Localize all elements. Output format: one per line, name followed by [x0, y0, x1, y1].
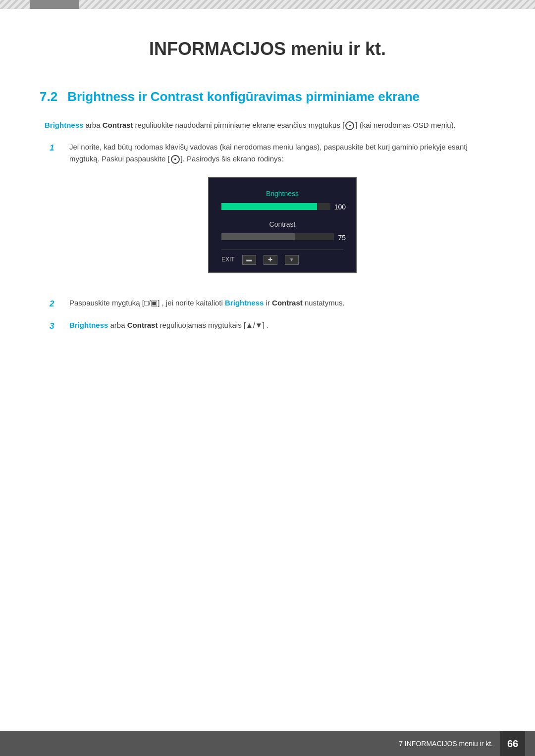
osd-box: Brightness 100	[208, 177, 357, 273]
osd-contrast-label: Contrast	[221, 219, 343, 230]
section-heading-text: Brightness ir Contrast konfigūravimas pi…	[67, 89, 420, 104]
top-stripe-decoration	[0, 0, 535, 9]
list-item2-brightness: Brightness	[225, 299, 264, 307]
osd-btn-plus-icon: ✚	[268, 255, 272, 264]
osd-contrast-track	[221, 233, 334, 240]
list-item-1: 1 Jei norite, kad būtų rodomas klavišų v…	[50, 141, 495, 288]
osd-brightness-track	[221, 203, 330, 210]
osd-container: Brightness 100	[69, 177, 495, 273]
osd-exit-label: EXIT	[221, 255, 235, 264]
list-text-2: Paspauskite mygtuką [□/▣] , jei norite k…	[69, 297, 495, 309]
list-item2-ir: ir	[264, 299, 272, 307]
circle-icon-2	[171, 155, 180, 164]
numbered-list: 1 Jei norite, kad būtų rodomas klavišų v…	[50, 141, 495, 333]
osd-brightness-value: 100	[334, 202, 346, 212]
osd-brightness-label: Brightness	[221, 188, 343, 199]
top-stripe-tab	[30, 0, 79, 9]
list-item2-contrast: Contrast	[272, 299, 303, 307]
intro-rest2: ] (kai nerodomas OSD meniu).	[355, 121, 456, 129]
footer-text: 7 INFORMACIJOS meniu ir kt.	[399, 740, 493, 748]
contrast-intro-label: Contrast	[103, 121, 133, 129]
intro-arba: arba	[86, 121, 103, 129]
list-item3-arba: arba	[108, 321, 127, 329]
osd-contrast-bar-row: 75	[221, 232, 343, 243]
osd-brightness-bar-wrapper	[221, 203, 330, 212]
osd-btn-down-icon: ▼	[289, 256, 294, 264]
osd-btn-plus: ✚	[264, 255, 277, 265]
intro-rest: reguliuokite naudodami pirminiame ekrane…	[135, 121, 345, 129]
osd-btn-minus-icon: ▬	[246, 255, 252, 264]
list-num-1: 1	[50, 141, 64, 154]
circle-icon	[345, 121, 354, 130]
list-num-2: 2	[50, 297, 64, 310]
osd-brightness-fill	[221, 203, 317, 210]
list-num-3: 3	[50, 319, 64, 333]
list-item3-contrast: Contrast	[127, 321, 158, 329]
footer-page-number: 66	[500, 731, 525, 756]
list-item3-rest: reguliuojamas mygtukais [▲/▼] .	[158, 321, 268, 329]
osd-brightness-row: Brightness 100	[221, 188, 343, 213]
list-item2-pre: Paspauskite mygtuką [□/▣] , jei norite k…	[69, 299, 225, 307]
osd-contrast-fill	[221, 233, 295, 240]
list-item-2: 2 Paspauskite mygtuką [□/▣] , jei norite…	[50, 297, 495, 310]
osd-contrast-value: 75	[338, 232, 346, 243]
intro-paragraph: Brightness arba Contrast reguliuokite na…	[40, 119, 495, 131]
section-heading: 7.2Brightness ir Contrast konfigūravimas…	[40, 89, 495, 104]
list-item-3: 3 Brightness arba Contrast reguliuojamas…	[50, 319, 495, 333]
osd-exit-row: EXIT ▬ ✚ ▼	[221, 250, 343, 265]
osd-btn-minus: ▬	[242, 255, 256, 265]
osd-btn-down: ▼	[285, 255, 299, 265]
osd-contrast-row: Contrast 75	[221, 219, 343, 244]
page-title: INFORMACIJOS meniu ir kt.	[40, 39, 495, 59]
osd-brightness-bar-row: 100	[221, 202, 343, 212]
list-item3-brightness: Brightness	[69, 321, 108, 329]
section-number: 7.2	[40, 89, 57, 104]
osd-contrast-bar-wrapper	[221, 233, 334, 242]
list-text-3: Brightness arba Contrast reguliuojamas m…	[69, 319, 495, 331]
list-item2-end: nustatymus.	[303, 299, 345, 307]
list-item1b: ]. Pasirodys šis ekrano rodinys:	[181, 154, 284, 163]
list-text-1: Jei norite, kad būtų rodomas klavišų vad…	[69, 141, 495, 288]
footer: 7 INFORMACIJOS meniu ir kt. 66	[0, 731, 535, 756]
brightness-intro-label: Brightness	[45, 121, 83, 129]
